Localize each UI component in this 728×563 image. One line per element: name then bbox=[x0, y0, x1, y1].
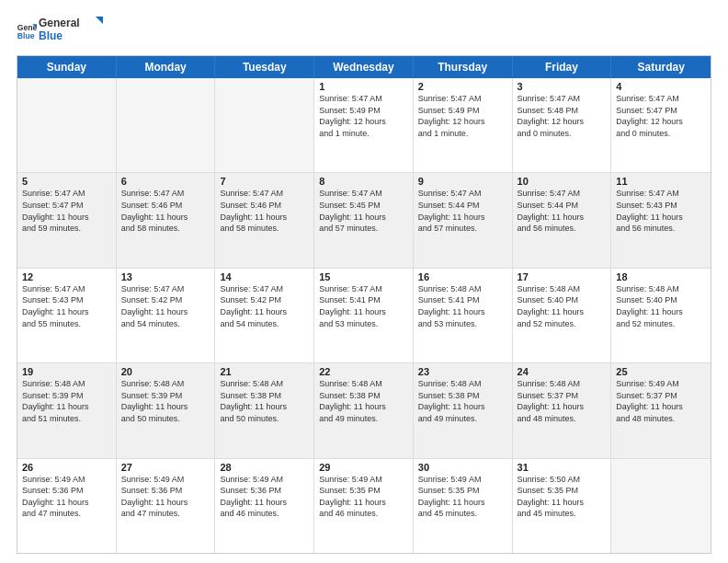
day-cell-25: 25Sunrise: 5:49 AMSunset: 5:37 PMDayligh… bbox=[611, 363, 711, 457]
cell-info-line: Sunrise: 5:47 AM bbox=[518, 188, 607, 200]
empty-cell bbox=[215, 78, 314, 172]
cell-info-line: Sunrise: 5:49 AM bbox=[220, 474, 309, 486]
day-number: 20 bbox=[121, 366, 210, 377]
cell-info-line: Daylight: 11 hours bbox=[319, 401, 408, 413]
day-number: 17 bbox=[518, 271, 607, 282]
cell-info-line: Daylight: 11 hours bbox=[518, 306, 607, 318]
cell-info-line: Daylight: 11 hours bbox=[418, 306, 507, 318]
day-cell-20: 20Sunrise: 5:48 AMSunset: 5:39 PMDayligh… bbox=[117, 363, 216, 457]
header-day-sunday: Sunday bbox=[17, 56, 117, 78]
cell-info-line: and 0 minutes. bbox=[616, 128, 706, 140]
day-cell-11: 11Sunrise: 5:47 AMSunset: 5:43 PMDayligh… bbox=[611, 173, 711, 267]
day-cell-16: 16Sunrise: 5:48 AMSunset: 5:41 PMDayligh… bbox=[414, 269, 513, 362]
cell-info-line: Sunset: 5:40 PM bbox=[518, 294, 607, 306]
day-cell-23: 23Sunrise: 5:48 AMSunset: 5:38 PMDayligh… bbox=[414, 363, 513, 457]
cell-info-line: Daylight: 11 hours bbox=[616, 306, 706, 318]
cell-info-line: and 45 minutes. bbox=[518, 508, 607, 520]
cell-info-line: Sunrise: 5:48 AM bbox=[518, 378, 607, 390]
cell-info-line: and 50 minutes. bbox=[220, 413, 309, 425]
day-number: 5 bbox=[22, 176, 111, 187]
cell-info-line: and 50 minutes. bbox=[121, 413, 210, 425]
cell-info-line: and 58 minutes. bbox=[220, 223, 309, 235]
cell-info-line: Daylight: 11 hours bbox=[22, 401, 111, 413]
day-number: 26 bbox=[22, 462, 111, 473]
day-cell-29: 29Sunrise: 5:49 AMSunset: 5:35 PMDayligh… bbox=[314, 459, 414, 553]
cell-info-line: Daylight: 11 hours bbox=[220, 497, 309, 509]
cell-info-line: Sunrise: 5:49 AM bbox=[319, 474, 408, 486]
day-cell-9: 9Sunrise: 5:47 AMSunset: 5:44 PMDaylight… bbox=[414, 173, 513, 267]
cell-info-line: and 56 minutes. bbox=[518, 223, 607, 235]
cell-info-line: Daylight: 11 hours bbox=[121, 212, 210, 224]
calendar-body: 1Sunrise: 5:47 AMSunset: 5:49 PMDaylight… bbox=[17, 78, 711, 553]
cell-info-line: Sunset: 5:36 PM bbox=[220, 485, 309, 497]
cell-info-line: Daylight: 12 hours bbox=[616, 116, 706, 128]
cell-info-line: Daylight: 11 hours bbox=[518, 401, 607, 413]
day-cell-26: 26Sunrise: 5:49 AMSunset: 5:36 PMDayligh… bbox=[17, 459, 117, 553]
day-number: 14 bbox=[220, 271, 309, 282]
cell-info-line: and 59 minutes. bbox=[22, 223, 111, 235]
day-cell-7: 7Sunrise: 5:47 AMSunset: 5:46 PMDaylight… bbox=[215, 173, 314, 267]
cell-info-line: Daylight: 11 hours bbox=[319, 497, 408, 509]
day-cell-17: 17Sunrise: 5:48 AMSunset: 5:40 PMDayligh… bbox=[513, 269, 612, 362]
cell-info-line: Sunrise: 5:48 AM bbox=[418, 378, 507, 390]
cell-info-line: and 52 minutes. bbox=[616, 318, 706, 330]
page: General Blue General Blue SundayMondayTu… bbox=[0, 0, 728, 563]
cell-info-line: Sunset: 5:37 PM bbox=[616, 390, 706, 402]
cell-info-line: and 47 minutes. bbox=[22, 508, 111, 520]
cell-info-line: Sunrise: 5:47 AM bbox=[418, 188, 507, 200]
header-day-thursday: Thursday bbox=[414, 56, 513, 78]
header-day-tuesday: Tuesday bbox=[215, 56, 314, 78]
cell-info-line: and 57 minutes. bbox=[418, 223, 507, 235]
cell-info-line: Sunset: 5:46 PM bbox=[121, 200, 210, 212]
cell-info-line: and 47 minutes. bbox=[121, 508, 210, 520]
cell-info-line: Sunset: 5:38 PM bbox=[220, 390, 309, 402]
cell-info-line: Daylight: 11 hours bbox=[22, 306, 111, 318]
day-number: 15 bbox=[319, 271, 408, 282]
day-cell-14: 14Sunrise: 5:47 AMSunset: 5:42 PMDayligh… bbox=[215, 269, 314, 362]
cell-info-line: Sunrise: 5:47 AM bbox=[518, 93, 607, 105]
cell-info-line: and 48 minutes. bbox=[518, 413, 607, 425]
calendar: SundayMondayTuesdayWednesdayThursdayFrid… bbox=[17, 55, 711, 554]
cell-info-line: Sunset: 5:38 PM bbox=[319, 390, 408, 402]
cell-info-line: Sunset: 5:47 PM bbox=[22, 200, 111, 212]
day-number: 31 bbox=[518, 462, 607, 473]
day-number: 1 bbox=[319, 81, 408, 92]
day-cell-15: 15Sunrise: 5:47 AMSunset: 5:41 PMDayligh… bbox=[314, 269, 414, 362]
cell-info-line: Sunset: 5:48 PM bbox=[518, 105, 607, 117]
cell-info-line: and 49 minutes. bbox=[418, 413, 507, 425]
cell-info-line: Sunrise: 5:47 AM bbox=[319, 283, 408, 295]
svg-text:Blue: Blue bbox=[17, 31, 35, 40]
cell-info-line: and 1 minute. bbox=[418, 128, 507, 140]
day-number: 4 bbox=[616, 81, 706, 92]
cell-info-line: Sunrise: 5:49 AM bbox=[418, 474, 507, 486]
cell-info-line: Daylight: 11 hours bbox=[518, 212, 607, 224]
header-day-monday: Monday bbox=[117, 56, 216, 78]
day-number: 22 bbox=[319, 366, 408, 377]
cell-info-line: Sunrise: 5:48 AM bbox=[319, 378, 408, 390]
cell-info-line: Sunset: 5:39 PM bbox=[121, 390, 210, 402]
day-cell-13: 13Sunrise: 5:47 AMSunset: 5:42 PMDayligh… bbox=[117, 269, 216, 362]
day-cell-31: 31Sunrise: 5:50 AMSunset: 5:35 PMDayligh… bbox=[513, 459, 612, 553]
cell-info-line: Sunrise: 5:47 AM bbox=[121, 283, 210, 295]
cell-info-line: and 53 minutes. bbox=[319, 318, 408, 330]
header-day-saturday: Saturday bbox=[611, 56, 711, 78]
logo-icon: General Blue bbox=[17, 21, 37, 41]
day-cell-19: 19Sunrise: 5:48 AMSunset: 5:39 PMDayligh… bbox=[17, 363, 117, 457]
day-cell-22: 22Sunrise: 5:48 AMSunset: 5:38 PMDayligh… bbox=[314, 363, 414, 457]
logo-svg: General Blue bbox=[39, 15, 103, 44]
day-number: 12 bbox=[22, 271, 111, 282]
cell-info-line: Daylight: 11 hours bbox=[220, 212, 309, 224]
cell-info-line: Sunrise: 5:50 AM bbox=[518, 474, 607, 486]
cell-info-line: and 53 minutes. bbox=[418, 318, 507, 330]
day-number: 24 bbox=[518, 366, 607, 377]
cell-info-line: Sunrise: 5:47 AM bbox=[22, 283, 111, 295]
cell-info-line: Daylight: 12 hours bbox=[319, 116, 408, 128]
cell-info-line: and 45 minutes. bbox=[418, 508, 507, 520]
day-cell-30: 30Sunrise: 5:49 AMSunset: 5:35 PMDayligh… bbox=[414, 459, 513, 553]
cell-info-line: Daylight: 11 hours bbox=[418, 212, 507, 224]
svg-text:Blue: Blue bbox=[39, 29, 63, 42]
cell-info-line: and 54 minutes. bbox=[220, 318, 309, 330]
day-number: 18 bbox=[616, 271, 706, 282]
cell-info-line: Daylight: 12 hours bbox=[518, 116, 607, 128]
cell-info-line: Daylight: 11 hours bbox=[518, 497, 607, 509]
